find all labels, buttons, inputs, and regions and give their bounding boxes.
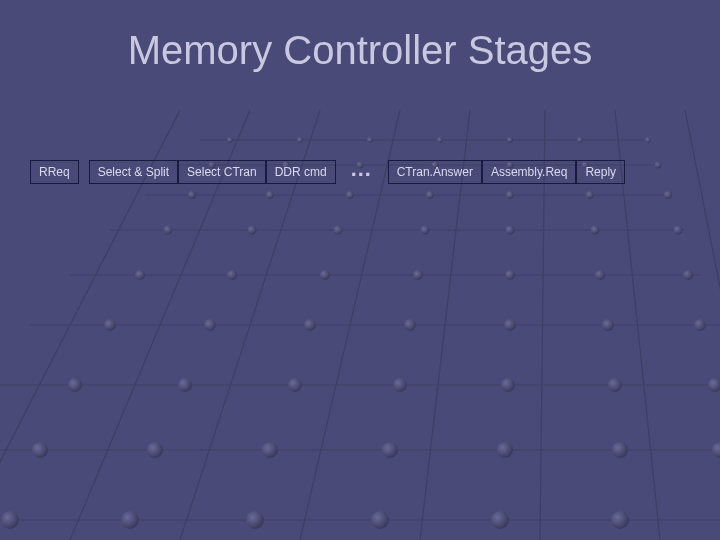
- svg-point-27: [382, 442, 398, 458]
- svg-point-36: [608, 378, 622, 392]
- perspective-grid-background: [0, 0, 720, 540]
- svg-rect-0: [0, 0, 720, 540]
- svg-point-62: [426, 191, 434, 199]
- stage-reply: Reply: [576, 160, 625, 184]
- stage-ddr-cmd: DDR cmd: [266, 160, 336, 184]
- stage-assembly-req: Assembly.Req: [482, 160, 576, 184]
- svg-point-32: [178, 378, 192, 392]
- svg-point-28: [497, 442, 513, 458]
- svg-point-76: [437, 137, 443, 143]
- svg-point-20: [246, 511, 264, 529]
- stage-rreq: RReq: [30, 160, 79, 184]
- svg-point-24: [32, 442, 48, 458]
- svg-point-79: [645, 137, 651, 143]
- svg-point-59: [188, 191, 196, 199]
- svg-point-48: [413, 270, 423, 280]
- svg-point-55: [421, 226, 430, 235]
- ellipsis-icon: …: [336, 162, 388, 176]
- svg-point-47: [320, 270, 330, 280]
- svg-point-65: [664, 191, 672, 199]
- svg-point-78: [577, 137, 583, 143]
- svg-point-35: [501, 378, 515, 392]
- svg-point-77: [507, 137, 513, 143]
- svg-point-74: [297, 137, 303, 143]
- svg-point-21: [371, 511, 389, 529]
- svg-point-44: [694, 319, 706, 331]
- svg-point-61: [346, 191, 354, 199]
- svg-point-49: [505, 270, 515, 280]
- svg-point-45: [135, 270, 145, 280]
- svg-point-26: [262, 442, 278, 458]
- svg-point-57: [591, 226, 600, 235]
- svg-point-50: [595, 270, 605, 280]
- slide-title: Memory Controller Stages: [0, 28, 720, 73]
- svg-point-73: [227, 137, 233, 143]
- stage-ctran-answer: CTran.Answer: [388, 160, 482, 184]
- svg-point-46: [227, 270, 237, 280]
- svg-point-18: [1, 511, 19, 529]
- svg-point-64: [586, 191, 594, 199]
- svg-point-41: [404, 319, 416, 331]
- svg-point-33: [288, 378, 302, 392]
- svg-point-60: [266, 191, 274, 199]
- svg-point-25: [147, 442, 163, 458]
- svg-point-75: [367, 137, 373, 143]
- svg-point-19: [121, 511, 139, 529]
- svg-point-22: [491, 511, 509, 529]
- svg-point-51: [683, 270, 693, 280]
- svg-point-54: [334, 226, 343, 235]
- svg-point-63: [506, 191, 514, 199]
- svg-point-58: [674, 226, 683, 235]
- stage-select-split: Select & Split: [89, 160, 178, 184]
- svg-point-56: [506, 226, 515, 235]
- pipeline-row: RReq Select & Split Select CTran DDR cmd…: [30, 160, 700, 184]
- svg-point-39: [204, 319, 216, 331]
- svg-point-38: [104, 319, 116, 331]
- svg-point-53: [248, 226, 257, 235]
- stage-select-ctran: Select CTran: [178, 160, 266, 184]
- svg-point-23: [611, 511, 629, 529]
- svg-point-40: [304, 319, 316, 331]
- svg-point-43: [602, 319, 614, 331]
- svg-point-34: [393, 378, 407, 392]
- svg-point-29: [612, 442, 628, 458]
- svg-point-52: [164, 226, 173, 235]
- svg-point-31: [68, 378, 82, 392]
- svg-point-42: [504, 319, 516, 331]
